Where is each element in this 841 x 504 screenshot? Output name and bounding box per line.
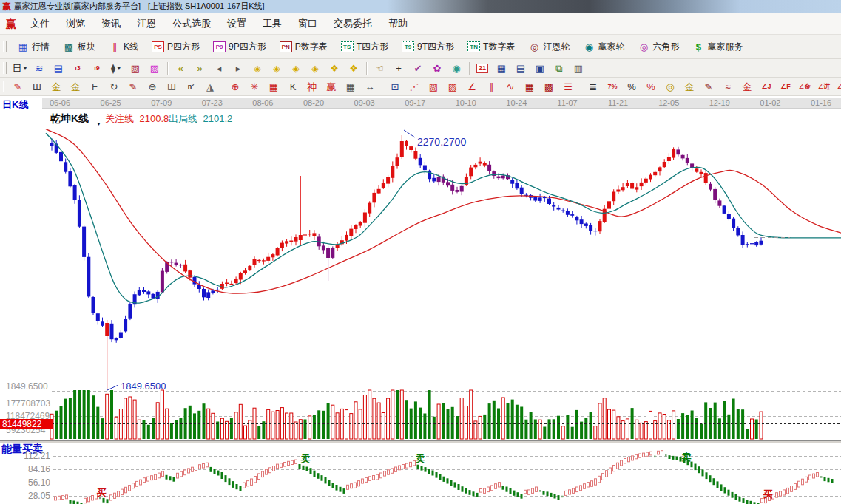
percent-button[interactable]: % <box>622 78 641 95</box>
toolbar-grip[interactable] <box>3 62 7 74</box>
time-grid-button[interactable]: Ш <box>27 78 47 95</box>
jin-angle-button[interactable]: ∠进 <box>814 78 834 95</box>
zoom-out-h-button[interactable]: ◈ <box>305 60 325 76</box>
toolbar-t-square-button[interactable]: TST四方形 <box>334 36 395 57</box>
small-bars-3-button[interactable]: ı3 <box>68 60 87 76</box>
prev-bar-button[interactable]: ◂ <box>209 60 229 76</box>
menu-item-7[interactable]: 窗口 <box>290 15 325 33</box>
menu-item-4[interactable]: 公式选股 <box>164 15 219 33</box>
report-button[interactable]: ▤ <box>511 60 530 76</box>
pen-tool-button[interactable]: ✎ <box>8 78 27 95</box>
percent-line-button[interactable]: % <box>641 78 661 95</box>
price-grid-button[interactable]: ▦ <box>520 78 539 95</box>
toolbar-9t-square-button[interactable]: T99T四方形 <box>395 36 461 57</box>
dense-grid-button[interactable]: ▩ <box>539 78 558 95</box>
shen-grid-button[interactable]: 神 <box>303 78 322 95</box>
menu-item-6[interactable]: 工具 <box>254 15 290 33</box>
brush-button[interactable]: ✎ <box>699 78 718 95</box>
zoom-in-h-button[interactable]: ◈ <box>286 60 305 76</box>
gold-circle-button[interactable]: ◎ <box>661 78 680 95</box>
win-angle-button[interactable]: ∠赢 <box>834 78 841 95</box>
spiral-button[interactable]: ↻ <box>104 78 124 95</box>
chip-distribution-button[interactable]: ▨ <box>126 60 145 76</box>
gann-circle-button[interactable]: ⊕ <box>226 78 245 95</box>
gold-grid-button[interactable]: 金 <box>47 78 66 95</box>
toolbar-winner-wheel-button[interactable]: ◉赢家轮 <box>576 36 631 57</box>
box-tool-button[interactable]: ⊡ <box>385 78 405 95</box>
pan-right-button[interactable]: ◈ <box>267 60 286 76</box>
toolbar-hexagon-button[interactable]: ◎六角形 <box>631 36 686 57</box>
toolbar-9p-square-button[interactable]: P99P四方形 <box>206 36 273 57</box>
multi-color-chart-button[interactable]: ▧ <box>145 60 164 76</box>
crosshair-tool-button[interactable]: + <box>389 60 408 76</box>
j-angle-button[interactable]: ∠J <box>757 78 776 95</box>
zoom-in-button[interactable]: ❖ <box>325 60 344 76</box>
fan-box-2-button[interactable]: ▨ <box>443 78 462 95</box>
candle-style-button[interactable]: ⧫▼ <box>107 60 126 76</box>
toolbar-kline-button[interactable]: ∥K线 <box>102 36 145 57</box>
gold-angle-button[interactable]: ∠金 <box>795 78 814 95</box>
print-button[interactable]: ▥ <box>569 60 588 76</box>
menu-item-8[interactable]: 交易委托 <box>325 15 380 33</box>
comb-button[interactable]: Ш <box>162 78 181 95</box>
menu-item-9[interactable]: 帮助 <box>380 15 416 33</box>
fan-box-button[interactable]: ▧ <box>424 78 443 95</box>
angle-ruler-button[interactable]: ◮ <box>200 78 220 95</box>
ray-fan-button[interactable]: ⋰ <box>405 78 424 95</box>
sketch-lines-button[interactable]: ≋ <box>30 60 49 76</box>
gold-underline-button[interactable]: 金 <box>737 78 757 95</box>
gold-grid-2-button[interactable]: 金 <box>66 78 85 95</box>
cycle-tool-button[interactable]: ◉ <box>447 60 466 76</box>
save-button[interactable]: ▣ <box>530 60 550 76</box>
level-marks-button[interactable]: ≣ <box>584 78 603 95</box>
menu-item-1[interactable]: 浏览 <box>58 15 93 33</box>
gann-box-button[interactable]: ▦ <box>264 78 283 95</box>
pan-left-button[interactable]: ◈ <box>248 60 267 76</box>
toolbar-grip[interactable] <box>3 81 4 92</box>
gann-flower-button[interactable]: ✿ <box>428 60 447 76</box>
kline-type-dropdown-icon[interactable]: ▼ <box>96 121 101 126</box>
circle-measure-button[interactable]: ⊖ <box>143 78 162 95</box>
toolbar-gann-wheel-button[interactable]: ◎江恩轮 <box>521 36 576 57</box>
notes-button[interactable]: ▤ <box>49 60 68 76</box>
mark-tool-button[interactable]: ✔ <box>408 60 428 76</box>
toolbar-winner-service-button[interactable]: $赢家服务 <box>686 36 749 57</box>
wave-2-button[interactable]: ≈ <box>718 78 737 95</box>
small-bars-9-button[interactable]: ı9 <box>87 60 107 76</box>
marker-pen-button[interactable]: ✎ <box>124 78 143 95</box>
toolbar-grip[interactable] <box>3 41 7 52</box>
speed-lines-button[interactable]: ☰ <box>558 78 578 95</box>
menu-item-0[interactable]: 文件 <box>22 15 58 33</box>
period-selector-button[interactable]: 日▼ <box>10 60 30 76</box>
toolbar-sectors-button[interactable]: ▩板块 <box>56 36 102 57</box>
gold-line-button[interactable]: 金 <box>680 78 699 95</box>
zoom-out-button[interactable]: ❖ <box>344 60 363 76</box>
k-marks-button[interactable]: K <box>283 78 303 95</box>
fib-grid-button[interactable]: F <box>85 78 104 95</box>
first-bar-button[interactable]: « <box>171 60 190 76</box>
menu-item-2[interactable]: 资讯 <box>93 15 129 33</box>
square-numbers-button[interactable]: n² <box>181 78 200 95</box>
kline-type-label[interactable]: 乾坤K线 <box>50 112 89 124</box>
menu-item-5[interactable]: 设置 <box>219 15 254 33</box>
toolbar-quotes-button[interactable]: ▦行情 <box>10 36 56 57</box>
last-bar-button[interactable]: » <box>190 60 209 76</box>
f-angle-button[interactable]: ∠F <box>776 78 795 95</box>
toolbar-t-table-button[interactable]: TNT数字表 <box>461 36 521 57</box>
menu-item-3[interactable]: 江恩 <box>129 15 164 33</box>
toolbar-p-square-button[interactable]: PSP四方形 <box>145 36 206 57</box>
gann-star-button[interactable]: ✳ <box>245 78 264 95</box>
network-button[interactable]: ⧉ <box>550 60 569 76</box>
number-grid-button[interactable]: ▦ <box>341 78 360 95</box>
calendar-button[interactable]: 21 <box>473 60 492 76</box>
win-grid-button[interactable]: 赢 <box>322 78 341 95</box>
seven-percent-button[interactable]: 7% <box>603 78 622 95</box>
toolbar-p-table-button[interactable]: PNP数字表 <box>273 36 334 57</box>
wave-line-button[interactable]: ∿ <box>501 78 520 95</box>
angle-line-button[interactable]: ∠ <box>462 78 482 95</box>
hand-tool-button[interactable]: ☜ <box>370 60 389 76</box>
next-bar-button[interactable]: ▸ <box>229 60 248 76</box>
parallel-rays-button[interactable]: ∥ <box>482 78 501 95</box>
calculator-button[interactable]: ▦ <box>492 60 511 76</box>
chart-canvas[interactable]: 06-0606-2507-0907-2308-0608-2009-0309-17… <box>0 96 841 504</box>
